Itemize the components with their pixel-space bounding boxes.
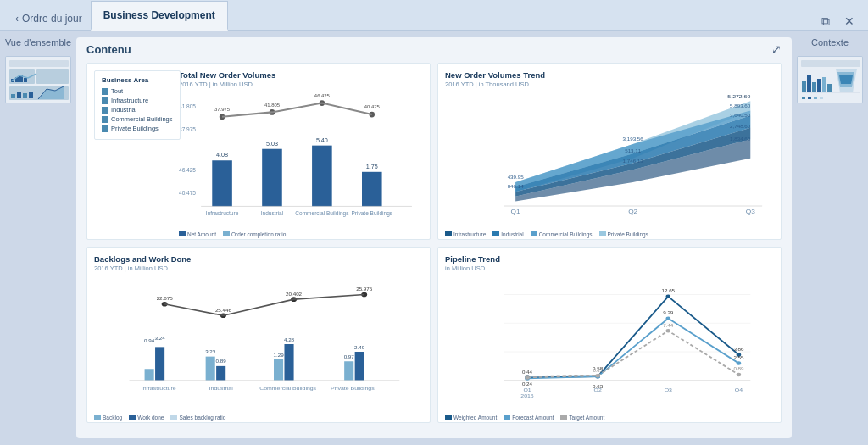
svg-text:Private Buildings: Private Buildings: [351, 210, 392, 217]
svg-point-96: [737, 372, 742, 376]
svg-rect-122: [802, 97, 805, 99]
expand-icon[interactable]: ⤢: [771, 42, 782, 56]
svg-text:40.475: 40.475: [364, 104, 381, 109]
svg-rect-124: [814, 97, 817, 99]
back-icon: ‹: [15, 13, 19, 25]
svg-rect-69: [284, 344, 293, 381]
tab-bar: ‹ Ordre du jour Business Development ⧉ ✕: [0, 0, 868, 31]
svg-text:4.28: 4.28: [284, 337, 294, 342]
new-order-trend-legend: Infrastructure Industrial Commercial Bui…: [445, 231, 774, 237]
svg-text:7.44: 7.44: [663, 323, 673, 327]
checkbox-private[interactable]: [102, 125, 108, 132]
business-development-tab[interactable]: Business Development: [91, 1, 228, 31]
checkbox-infrastructure[interactable]: [102, 97, 108, 104]
vue-ensemble-thumbnail[interactable]: [5, 56, 71, 103]
ordre-du-jour-tab[interactable]: Ordre du jour: [22, 13, 82, 25]
pipeline-trend-subtitle: in Million USD: [445, 264, 774, 272]
svg-point-91: [666, 316, 671, 320]
svg-rect-119: [822, 77, 826, 92]
svg-text:9.29: 9.29: [663, 310, 673, 314]
svg-text:2.55: 2.55: [733, 355, 743, 359]
svg-text:Commercial Buildings: Commercial Buildings: [295, 210, 349, 217]
legend-forecast-dot: [504, 415, 510, 420]
checkbox-industrial[interactable]: [102, 107, 108, 114]
window-icon[interactable]: ⧉: [817, 13, 834, 30]
legend-workdone: Work done: [129, 414, 164, 420]
filter-tout[interactable]: Tout: [102, 87, 173, 95]
svg-point-93: [525, 375, 530, 380]
back-button[interactable]: ‹ Ordre du jour: [7, 8, 91, 30]
svg-rect-3: [36, 69, 69, 84]
svg-text:3,193.56: 3,193.56: [623, 137, 643, 142]
vue-ensemble-label: Vue d'ensemble: [5, 37, 71, 47]
legend-private-dot: [599, 231, 606, 236]
svg-text:0.94: 0.94: [144, 338, 154, 342]
svg-text:Q2: Q2: [628, 209, 637, 215]
legend-backlog-dot: [94, 415, 101, 420]
legend-workdone-dot: [129, 415, 136, 420]
svg-rect-73: [355, 352, 364, 381]
legend-net-amount-dot: [179, 231, 186, 236]
legend-commercial-dot: [531, 231, 537, 236]
svg-text:3.24: 3.24: [155, 337, 165, 341]
total-new-order-chart: 41.805 37.975 46.425 40.475 4.08 5.03: [179, 92, 423, 230]
new-order-trend-chart: Q1 Q2 Q3 5,272.60 5,893.60 3,193.56 439.…: [445, 92, 774, 230]
legend-private: Private Buildings: [599, 231, 648, 237]
svg-text:5.40: 5.40: [316, 136, 328, 143]
backlogs-chart: 22.675 25.446 20.402 25.975 0.94 3.24 3.…: [94, 275, 423, 414]
svg-point-92: [737, 361, 742, 365]
svg-rect-114: [801, 60, 860, 67]
svg-rect-120: [827, 84, 832, 92]
svg-text:1,746.13: 1,746.13: [623, 159, 643, 164]
contexte-thumbnail[interactable]: [797, 56, 863, 103]
svg-text:Q3: Q3: [746, 209, 755, 215]
checkbox-commercial[interactable]: [102, 116, 108, 123]
svg-text:2016: 2016: [520, 392, 534, 398]
svg-rect-115: [802, 81, 806, 92]
checkbox-tout[interactable]: [102, 88, 108, 95]
svg-rect-116: [807, 75, 811, 92]
svg-text:Industrial: Industrial: [209, 385, 233, 390]
pipeline-trend-chart: 0.44 0.58 12.65 3.86 0.24 0.63 9.29 2.55…: [445, 275, 774, 414]
filter-infrastructure[interactable]: Infrastructure: [102, 97, 173, 104]
legend-target-dot: [560, 415, 567, 420]
content-header: Contenu ⤢: [76, 37, 792, 59]
svg-rect-60: [145, 369, 154, 381]
legend-target: Target Amount: [560, 414, 604, 420]
legend-net-amount: Net Amount: [179, 231, 216, 237]
pipeline-trend-title: Pipeline Trend: [445, 254, 774, 264]
svg-text:Q4: Q4: [735, 387, 743, 392]
svg-rect-9: [11, 94, 15, 98]
left-side-panel: Vue d'ensemble: [0, 31, 76, 445]
filter-private[interactable]: Private Buildings: [102, 125, 173, 132]
svg-text:1,834.60: 1,834.60: [730, 137, 750, 142]
svg-text:37.975: 37.975: [179, 126, 196, 132]
filter-industrial[interactable]: Industrial: [102, 106, 173, 114]
svg-text:0.24: 0.24: [522, 382, 532, 387]
svg-text:Q3: Q3: [665, 387, 673, 392]
legend-completion: Order completion ratio: [223, 231, 286, 237]
svg-text:0.89: 0.89: [216, 359, 226, 364]
filter-commercial[interactable]: Commercial Buildings: [102, 115, 173, 123]
svg-rect-123: [808, 97, 811, 99]
right-side-panel: Contexte: [792, 31, 868, 445]
legend-sales-ratio: Sales backlog ratio: [170, 414, 225, 420]
svg-rect-61: [155, 347, 164, 380]
svg-text:25.446: 25.446: [215, 308, 231, 312]
svg-text:Q2: Q2: [594, 387, 603, 392]
svg-text:2.49: 2.49: [354, 345, 364, 349]
svg-rect-118: [817, 79, 821, 92]
close-icon[interactable]: ✕: [841, 13, 858, 30]
svg-text:Industrial: Industrial: [261, 210, 284, 216]
svg-text:5,893.60: 5,893.60: [730, 104, 750, 108]
legend-infrastructure-dot: [445, 231, 452, 236]
svg-rect-68: [274, 359, 283, 381]
backlogs-subtitle: 2016 YTD | in Million USD: [94, 264, 423, 272]
legend-backlog: Backlog: [94, 414, 122, 420]
svg-rect-10: [17, 92, 21, 98]
legend-forecast: Forecast Amount: [504, 414, 554, 420]
svg-rect-17: [212, 160, 232, 206]
svg-text:1.75: 1.75: [366, 163, 378, 170]
svg-text:Private Buildings: Private Buildings: [331, 385, 375, 391]
svg-text:46.425: 46.425: [179, 167, 196, 173]
